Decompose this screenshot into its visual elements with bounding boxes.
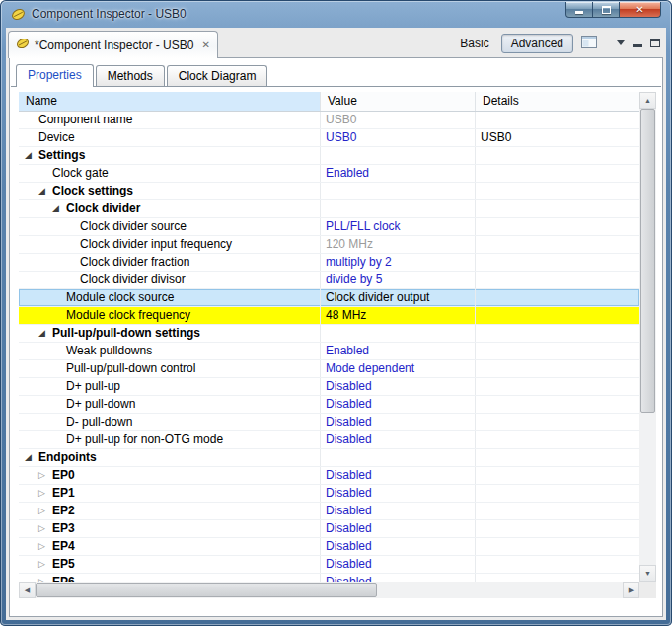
collapsed-arrow-icon[interactable]: ▷ — [38, 485, 52, 502]
property-table: Name Value Details Component nameUSB0Dev… — [19, 92, 656, 598]
column-header-name[interactable]: Name — [19, 92, 321, 111]
window-minimize-button[interactable] — [565, 2, 593, 18]
column-header-value[interactable]: Value — [321, 92, 476, 111]
collapsed-arrow-icon[interactable]: ▷ — [38, 503, 52, 519]
expanded-arrow-icon[interactable]: ◢ — [38, 325, 52, 342]
table-row[interactable]: ◢Settings — [19, 147, 639, 165]
property-value[interactable]: PLL/FLL clock — [321, 218, 476, 235]
property-value[interactable]: Disabled — [321, 378, 476, 395]
property-value[interactable]: Disabled — [321, 520, 476, 537]
property-value[interactable]: 120 MHz — [321, 236, 476, 253]
table-row[interactable]: ◢Endpoints — [19, 449, 639, 467]
vertical-scrollbar[interactable]: ▲ ▼ — [639, 92, 656, 582]
table-row[interactable]: DeviceUSB0USB0 — [19, 129, 639, 147]
table-row[interactable]: ◢Pull-up/pull-down settings — [19, 325, 639, 343]
column-header-details[interactable]: Details — [476, 92, 639, 111]
view-menu-icon[interactable] — [617, 40, 625, 45]
table-row[interactable]: D+ pull-upDisabled — [19, 378, 639, 396]
property-value[interactable]: Disabled — [321, 574, 476, 582]
property-value[interactable]: Enabled — [321, 343, 476, 359]
property-value[interactable] — [321, 147, 476, 164]
table-row[interactable]: D- pull-downDisabled — [19, 414, 639, 431]
scroll-left-button[interactable]: ◀ — [19, 582, 36, 598]
scroll-down-icon: ▼ — [644, 570, 651, 577]
editor-tab-label: *Component Inspector - USB0 — [35, 39, 193, 52]
horizontal-scroll-thumb[interactable] — [36, 583, 377, 597]
minimize-view-icon[interactable] — [633, 39, 642, 47]
table-row[interactable]: D+ pull-up for non-OTG modeDisabled — [19, 431, 639, 449]
property-value[interactable]: Disabled — [321, 485, 476, 502]
horizontal-scrollbar[interactable]: ◀ ▶ — [19, 582, 639, 598]
property-name: Clock divider source — [80, 218, 187, 235]
property-value[interactable] — [321, 325, 476, 342]
property-value[interactable]: Disabled — [321, 414, 476, 430]
table-row[interactable]: Clock divider fractionmultiply by 2 — [19, 254, 639, 272]
view-tab-bar: Properties Methods Clock Diagram — [11, 61, 661, 87]
expanded-arrow-icon[interactable]: ◢ — [25, 449, 38, 466]
advanced-mode-toggle[interactable]: Advanced — [501, 34, 573, 53]
table-row[interactable]: Module clock sourceClock divider output — [19, 289, 639, 307]
expanded-arrow-icon[interactable]: ◢ — [38, 183, 52, 199]
property-value[interactable]: Mode dependent — [321, 360, 476, 377]
scroll-right-button[interactable]: ▶ — [623, 582, 639, 598]
property-value[interactable]: Disabled — [321, 556, 476, 573]
window-maximize-button[interactable] — [593, 2, 620, 18]
table-row[interactable]: ▷EP5Disabled — [19, 556, 639, 574]
table-row[interactable]: Component nameUSB0 — [19, 112, 639, 129]
property-value[interactable]: Clock divider output — [321, 289, 476, 306]
property-value[interactable]: 48 MHz — [321, 307, 476, 324]
titlebar[interactable]: Component Inspector - USB0 ✕ — [0, 0, 672, 28]
expanded-arrow-icon[interactable]: ◢ — [52, 200, 66, 217]
expanded-arrow-icon[interactable]: ◢ — [25, 147, 38, 164]
collapsed-arrow-icon[interactable]: ▷ — [38, 467, 52, 484]
table-row[interactable]: ▷EP0Disabled — [19, 467, 639, 485]
table-row[interactable]: ▷EP4Disabled — [19, 538, 639, 556]
property-value[interactable]: Disabled — [321, 467, 476, 484]
editor-layout-icon[interactable] — [581, 35, 597, 52]
collapsed-arrow-icon[interactable]: ▷ — [38, 556, 52, 573]
table-row[interactable]: Clock divider sourcePLL/FLL clock — [19, 218, 639, 236]
table-row[interactable]: Clock gateEnabled — [19, 165, 639, 183]
property-value[interactable]: USB0 — [321, 112, 476, 128]
table-row[interactable]: ▷EP2Disabled — [19, 503, 639, 520]
property-value[interactable]: Enabled — [321, 165, 476, 182]
tab-close-icon[interactable]: ✕ — [201, 40, 209, 50]
table-row[interactable]: Pull-up/pull-down controlMode dependent — [19, 360, 639, 378]
table-row[interactable]: ▷EP6Disabled — [19, 574, 639, 582]
tab-methods[interactable]: Methods — [96, 65, 165, 86]
tab-properties[interactable]: Properties — [16, 64, 94, 87]
property-value[interactable]: Disabled — [321, 396, 476, 413]
property-value[interactable]: Disabled — [321, 503, 476, 519]
collapsed-arrow-icon[interactable]: ▷ — [38, 520, 52, 537]
table-row[interactable]: ◢Clock settings — [19, 183, 639, 200]
table-row[interactable]: ▷EP1Disabled — [19, 485, 639, 503]
property-value[interactable] — [321, 183, 476, 199]
property-value[interactable] — [321, 200, 476, 217]
table-row[interactable]: ◢Clock divider — [19, 200, 639, 218]
vertical-scroll-thumb[interactable] — [640, 109, 655, 413]
scroll-down-button[interactable]: ▼ — [639, 565, 656, 582]
property-value[interactable] — [321, 449, 476, 466]
table-row[interactable]: ▷EP3Disabled — [19, 520, 639, 538]
table-row[interactable]: Clock divider input frequency120 MHz — [19, 236, 639, 254]
property-value[interactable]: multiply by 2 — [321, 254, 476, 271]
collapsed-arrow-icon[interactable]: ▷ — [38, 574, 52, 582]
property-name: Module clock frequency — [66, 307, 190, 324]
scroll-up-button[interactable]: ▲ — [639, 92, 656, 109]
property-value[interactable]: USB0 — [321, 129, 476, 146]
table-row[interactable]: D+ pull-downDisabled — [19, 396, 639, 414]
window-close-button[interactable]: ✕ — [620, 2, 661, 18]
table-row[interactable]: Weak pulldownsEnabled — [19, 343, 639, 360]
basic-mode-toggle[interactable]: Basic — [456, 35, 492, 52]
property-name: D+ pull-down — [66, 396, 135, 413]
property-value[interactable]: Disabled — [321, 538, 476, 555]
collapsed-arrow-icon[interactable]: ▷ — [38, 538, 52, 555]
maximize-view-icon[interactable] — [650, 39, 660, 47]
tab-clock-diagram[interactable]: Clock Diagram — [167, 65, 268, 86]
editor-tab-component-inspector[interactable]: *Component Inspector - USB0 ✕ — [8, 31, 218, 58]
table-row[interactable]: Module clock frequency48 MHz — [19, 307, 639, 325]
property-value[interactable]: divide by 5 — [321, 272, 476, 288]
property-value[interactable]: Disabled — [321, 431, 476, 448]
table-row[interactable]: Clock divider divisordivide by 5 — [19, 272, 639, 289]
property-details — [476, 183, 639, 199]
